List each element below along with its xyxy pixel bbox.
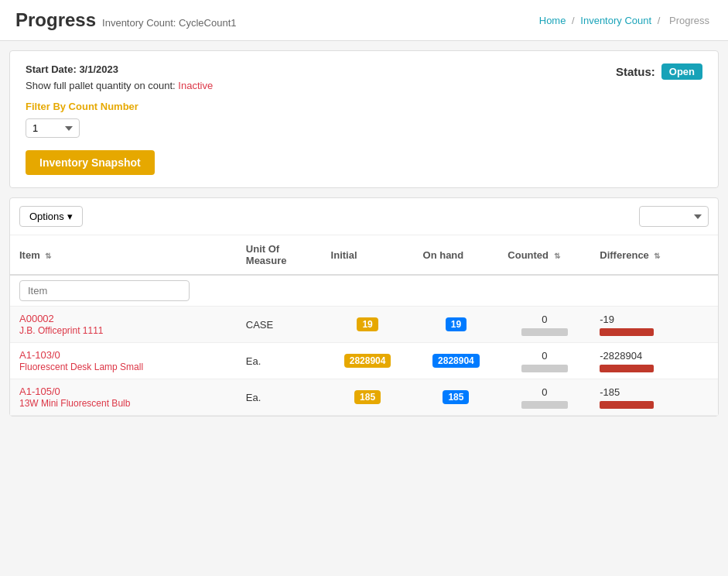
item-filter-input[interactable] — [19, 280, 190, 301]
cell-difference: -185 — [590, 379, 718, 416]
diff-cell-wrap: -2828904 — [600, 350, 709, 372]
options-button[interactable]: Options ▾ — [19, 206, 83, 227]
counted-cell-wrap: 0 — [508, 314, 581, 336]
breadcrumb-sep2: / — [658, 15, 661, 26]
pallet-qty: Show full pallet quantity on count: Inac… — [26, 80, 213, 91]
diff-cell-wrap: -19 — [600, 314, 709, 336]
table-header-row: Item ⇅ Unit Of Measure Initial On hand C… — [10, 235, 718, 275]
data-table: Item ⇅ Unit Of Measure Initial On hand C… — [10, 235, 718, 416]
item-desc: 13W Mini Fluorescent Bulb — [19, 398, 130, 409]
breadcrumb-sep1: / — [572, 15, 575, 26]
cell-uom: Ea. — [237, 379, 322, 416]
item-desc: Fluorescent Desk Lamp Small — [19, 362, 143, 372]
col-header-item[interactable]: Item ⇅ — [10, 235, 237, 275]
cell-onhand: 19 — [414, 307, 499, 343]
diff-value: -2828904 — [600, 350, 642, 362]
col-header-onhand: On hand — [414, 235, 499, 275]
table-section: Options ▾ Item ⇅ Unit Of Measure Initial — [9, 197, 719, 417]
cell-counted: 0 — [498, 343, 590, 379]
table-filter-row — [10, 275, 718, 307]
pallet-label: Show full pallet quantity on count: — [26, 80, 176, 91]
onhand-badge: 185 — [443, 390, 469, 404]
filter-select-wrap: 1 2 3 — [26, 118, 213, 138]
cell-difference: -19 — [590, 307, 718, 343]
cell-initial: 2828904 — [322, 343, 414, 379]
filter-label: Filter By Count Number — [26, 101, 213, 112]
info-right: Status: Open — [616, 63, 702, 80]
filter-count-select[interactable]: 1 2 3 — [26, 118, 80, 138]
start-date: Start Date: 3/1/2023 — [26, 63, 213, 75]
breadcrumb-inventory-count[interactable]: Inventory Count — [580, 15, 651, 26]
item-code-link[interactable]: A1-105/0 — [19, 386, 227, 397]
breadcrumb-home[interactable]: Home — [539, 15, 566, 26]
pallet-status: Inactive — [178, 80, 213, 91]
toolbar-right-select[interactable] — [639, 206, 709, 227]
cell-onhand: 2828904 — [414, 343, 499, 379]
table-row: A1-105/0 13W Mini Fluorescent Bulb Ea. 1… — [10, 379, 718, 416]
filter-item-cell — [10, 275, 237, 307]
cell-item: A00002 J.B. Officeprint 1111 — [10, 307, 237, 343]
breadcrumb: Home / Inventory Count / Progress — [539, 15, 713, 26]
item-sort-icon: ⇅ — [45, 252, 51, 260]
options-label: Options — [29, 211, 64, 222]
info-panel: Start Date: 3/1/2023 Show full pallet qu… — [9, 50, 719, 188]
cell-initial: 19 — [322, 307, 414, 343]
item-desc: J.B. Officeprint 1111 — [19, 325, 104, 336]
diff-cell-wrap: -185 — [600, 386, 709, 409]
counted-value: 0 — [542, 350, 547, 362]
col-header-uom: Unit Of Measure — [237, 235, 322, 275]
cell-counted: 0 — [498, 307, 590, 343]
start-date-value: 3/1/2023 — [79, 63, 118, 75]
cell-uom: CASE — [237, 307, 322, 343]
info-left: Start Date: 3/1/2023 Show full pallet qu… — [26, 63, 213, 175]
diff-value: -185 — [600, 386, 620, 398]
initial-badge: 2828904 — [344, 354, 391, 368]
item-code-link[interactable]: A1-103/0 — [19, 349, 227, 361]
table-row: A00002 J.B. Officeprint 1111 CASE 19 19 … — [10, 307, 718, 343]
counted-cell-wrap: 0 — [508, 386, 581, 409]
breadcrumb-current: Progress — [669, 15, 709, 26]
table-toolbar: Options ▾ — [10, 198, 718, 235]
counted-value: 0 — [542, 314, 547, 325]
initial-badge: 185 — [354, 390, 381, 404]
cell-item: A1-103/0 Fluorescent Desk Lamp Small — [10, 343, 237, 379]
diff-bar — [600, 401, 654, 409]
col-header-initial: Initial — [322, 235, 414, 275]
cell-uom: Ea. — [237, 343, 322, 379]
counted-value: 0 — [542, 386, 547, 398]
diff-bar — [600, 365, 654, 372]
options-chevron-icon: ▾ — [67, 211, 73, 222]
page-subtitle: Inventory Count: CycleCount1 — [102, 17, 236, 29]
onhand-badge: 2828904 — [432, 354, 480, 368]
initial-badge: 19 — [357, 317, 378, 331]
counted-cell-wrap: 0 — [508, 350, 581, 372]
counted-sort-icon: ⇅ — [554, 252, 560, 260]
counted-bar — [521, 365, 568, 372]
col-header-difference[interactable]: Difference ⇅ — [590, 235, 718, 275]
cell-difference: -2828904 — [590, 343, 718, 379]
page-title: Progress — [15, 9, 96, 31]
item-code-link[interactable]: A00002 — [19, 313, 227, 324]
start-date-label: Start Date: — [26, 63, 77, 75]
status-badge: Open — [661, 63, 702, 80]
info-row: Start Date: 3/1/2023 Show full pallet qu… — [26, 63, 702, 175]
counted-bar — [521, 328, 568, 336]
top-header: Progress Inventory Count: CycleCount1 Ho… — [0, 0, 728, 41]
table-row: A1-103/0 Fluorescent Desk Lamp Small Ea.… — [10, 343, 718, 379]
table-body: A00002 J.B. Officeprint 1111 CASE 19 19 … — [10, 307, 718, 416]
snapshot-button[interactable]: Inventory Snapshot — [26, 150, 155, 175]
status-label: Status: — [616, 65, 655, 78]
cell-initial: 185 — [322, 379, 414, 416]
diff-sort-icon: ⇅ — [654, 252, 660, 260]
col-header-counted[interactable]: Counted ⇅ — [498, 235, 590, 275]
filter-empty-cell — [237, 275, 718, 307]
diff-value: -19 — [600, 314, 614, 325]
cell-item: A1-105/0 13W Mini Fluorescent Bulb — [10, 379, 237, 416]
title-area: Progress Inventory Count: CycleCount1 — [15, 9, 237, 31]
cell-counted: 0 — [498, 379, 590, 416]
cell-onhand: 185 — [414, 379, 499, 416]
counted-bar — [521, 401, 568, 409]
diff-bar — [600, 328, 654, 336]
onhand-badge: 19 — [446, 317, 467, 331]
